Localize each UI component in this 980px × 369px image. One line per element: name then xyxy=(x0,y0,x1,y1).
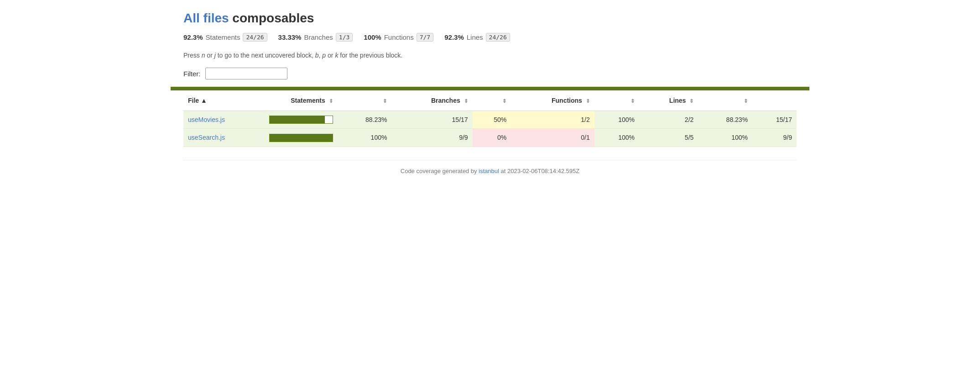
coverage-table: File ▲ Statements ⇕ ⇕ Branches ⇕ ⇕ Funct… xyxy=(183,90,797,147)
table-header-row: File ▲ Statements ⇕ ⇕ Branches ⇕ ⇕ Funct… xyxy=(183,90,797,111)
table-row: useMovies.js 88.23% 15/17 50% 1/2 100% 2… xyxy=(183,111,797,129)
lines-pct-cell: 88.23% xyxy=(698,111,752,129)
all-files-link[interactable]: All files xyxy=(183,11,229,25)
file-cell: useMovies.js xyxy=(183,111,265,129)
col-statements-frac[interactable]: ⇕ xyxy=(338,90,392,111)
statements-label: Statements xyxy=(206,33,240,41)
col-file[interactable]: File ▲ xyxy=(183,90,265,111)
lines-badge: 24/26 xyxy=(486,33,510,42)
progress-bar-fill xyxy=(270,116,325,123)
statements-pct-cell: 100% xyxy=(338,129,392,147)
filter-label: Filter: xyxy=(183,70,201,78)
branches-frac-cell: 1/2 xyxy=(511,111,594,129)
lines-frac-cell: 9/9 xyxy=(752,129,797,147)
col-branches[interactable]: Branches ⇕ xyxy=(391,90,472,111)
statements-frac-cell: 9/9 xyxy=(391,129,472,147)
file-link[interactable]: useSearch.js xyxy=(188,134,225,141)
istanbul-link[interactable]: istanbul xyxy=(479,168,499,174)
col-lines[interactable]: Lines ⇕ xyxy=(639,90,698,111)
summary-bar: 92.3% Statements 24/26 33.33% Branches 1… xyxy=(183,33,797,42)
statements-pct-cell: 88.23% xyxy=(338,111,392,129)
file-link[interactable]: useMovies.js xyxy=(188,116,225,123)
green-divider xyxy=(171,87,809,90)
progress-bar-cell xyxy=(265,129,338,147)
statements-pct: 92.3% xyxy=(183,33,203,41)
footer-timestamp: at 2023-02-06T08:14:42.595Z xyxy=(499,168,579,174)
lines-pct: 92.3% xyxy=(444,33,464,41)
branches-pct: 33.33% xyxy=(278,33,302,41)
page-title: All files composables xyxy=(183,11,797,26)
col-functions-frac[interactable]: ⇕ xyxy=(594,90,639,111)
file-cell: useSearch.js xyxy=(183,129,265,147)
coverage-table-section: File ▲ Statements ⇕ ⇕ Branches ⇕ ⇕ Funct… xyxy=(183,90,797,147)
page-footer: Code coverage generated by istanbul at 2… xyxy=(183,160,797,174)
col-functions[interactable]: Functions ⇕ xyxy=(511,90,594,111)
branches-summary: 33.33% Branches 1/3 xyxy=(278,33,353,42)
branches-badge: 1/3 xyxy=(336,33,353,42)
progress-bar-cell xyxy=(265,111,338,129)
progress-bar xyxy=(269,134,333,142)
functions-frac-cell: 5/5 xyxy=(639,129,698,147)
footer-text: Code coverage generated by xyxy=(401,168,479,174)
progress-bar xyxy=(269,116,333,124)
functions-badge: 7/7 xyxy=(417,33,433,42)
col-statements[interactable]: Statements ⇕ xyxy=(265,90,338,111)
page-subtitle: composables xyxy=(229,11,314,25)
functions-pct-cell: 100% xyxy=(594,111,639,129)
functions-pct-cell: 100% xyxy=(594,129,639,147)
functions-pct: 100% xyxy=(364,33,381,41)
functions-frac-cell: 2/2 xyxy=(639,111,698,129)
filter-input[interactable] xyxy=(205,68,287,79)
statements-frac-cell: 15/17 xyxy=(391,111,472,129)
progress-bar-fill xyxy=(270,134,333,142)
col-lines-frac[interactable]: ⇕ xyxy=(698,90,752,111)
branches-pct-cell: 50% xyxy=(473,111,511,129)
lines-pct-cell: 100% xyxy=(698,129,752,147)
functions-summary: 100% Functions 7/7 xyxy=(364,33,433,42)
table-row: useSearch.js 100% 9/9 0% 0/1 100% 5/5 10… xyxy=(183,129,797,147)
lines-label: Lines xyxy=(467,33,483,41)
lines-summary: 92.3% Lines 24/26 xyxy=(444,33,510,42)
lines-frac-cell: 15/17 xyxy=(752,111,797,129)
statements-badge: 24/26 xyxy=(243,33,267,42)
filter-row: Filter: xyxy=(183,68,797,79)
branches-frac-cell: 0/1 xyxy=(511,129,594,147)
instruction-text: Press n or j to go to the next uncovered… xyxy=(183,51,797,60)
statements-summary: 92.3% Statements 24/26 xyxy=(183,33,267,42)
branches-label: Branches xyxy=(304,33,333,41)
branches-pct-cell: 0% xyxy=(473,129,511,147)
functions-label: Functions xyxy=(384,33,414,41)
col-branches-frac[interactable]: ⇕ xyxy=(473,90,511,111)
